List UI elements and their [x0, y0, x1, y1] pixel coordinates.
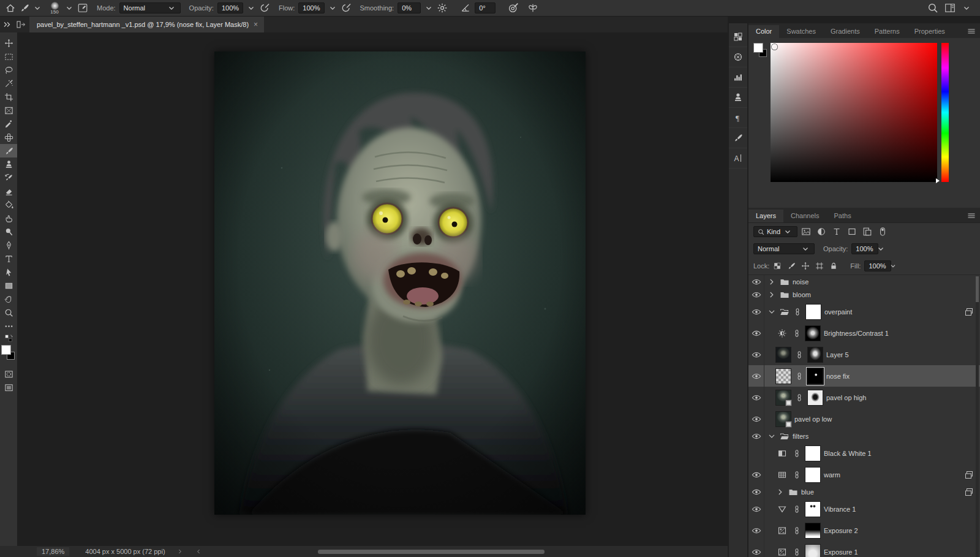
layer-mask-thumbnail[interactable]	[807, 390, 823, 406]
blend-mode-select[interactable]: Normal	[119, 2, 181, 13]
vibrance-adjustment-icon[interactable]	[775, 502, 789, 516]
canvas-image[interactable]	[214, 51, 586, 515]
close-tab-icon[interactable]: ×	[254, 20, 258, 29]
pressure-size-icon[interactable]	[508, 2, 519, 13]
visibility-eye-icon[interactable]	[748, 430, 764, 442]
brush-tool[interactable]	[0, 144, 17, 157]
layer-mask-thumbnail[interactable]	[807, 368, 823, 384]
brush-settings-panel-icon[interactable]	[77, 2, 88, 13]
layer-mask-thumbnail[interactable]	[805, 544, 821, 557]
status-prev-icon[interactable]	[195, 548, 202, 555]
exposure-adjustment-icon[interactable]	[775, 524, 789, 537]
tab-channels[interactable]: Channels	[783, 210, 826, 222]
chevron-down-icon[interactable]	[64, 3, 74, 13]
layer-thumbnail[interactable]	[775, 368, 791, 384]
mask-link-icon[interactable]	[794, 350, 804, 360]
move-tool[interactable]	[0, 36, 17, 50]
smoothing-options-gear-icon[interactable]	[437, 2, 448, 13]
mask-link-icon[interactable]	[792, 526, 802, 536]
character-panel-button[interactable]: A	[729, 148, 747, 169]
mask-link-icon[interactable]	[794, 393, 804, 403]
visibility-eye-icon[interactable]	[748, 322, 764, 344]
double-chevron-icon[interactable]	[2, 20, 12, 29]
layer-row-black-white-1[interactable]: Black & White 1	[748, 442, 980, 464]
layer-mask-thumbnail[interactable]	[805, 304, 821, 320]
adjustment-filter-icon[interactable]	[816, 227, 826, 237]
magic-wand-tool[interactable]	[0, 77, 17, 90]
dodge-tool[interactable]	[0, 225, 17, 238]
black-white-adjustment-icon[interactable]	[775, 447, 789, 460]
flow-input[interactable]: 100%	[298, 2, 324, 13]
layer-row-nose-fix[interactable]: nose fix	[748, 365, 980, 387]
clone-source-panel-button[interactable]	[729, 88, 747, 108]
layer-mask-thumbnail[interactable]	[805, 325, 821, 341]
mask-link-icon[interactable]	[792, 328, 802, 338]
mask-link-icon[interactable]	[792, 470, 802, 480]
panel-menu-icon[interactable]	[967, 26, 976, 36]
photo-filter-adjustment-icon[interactable]	[775, 468, 789, 482]
layers-scrollbar[interactable]	[976, 276, 979, 557]
eraser-tool[interactable]	[0, 184, 17, 198]
visibility-empty[interactable]	[748, 442, 764, 464]
layer-row-filters[interactable]: filters	[748, 430, 980, 442]
path-selection-tool[interactable]	[0, 265, 17, 279]
tab-layers[interactable]: Layers	[748, 210, 783, 222]
layer-row-pavel-op-high[interactable]: pavel op high	[748, 387, 980, 408]
lock-transparency-icon[interactable]	[773, 262, 782, 270]
visibility-eye-icon[interactable]	[748, 344, 764, 365]
mask-link-icon[interactable]	[792, 504, 802, 514]
layer-mask-thumbnail[interactable]	[807, 347, 823, 363]
chevron-down-icon[interactable]	[328, 3, 337, 13]
chevron-right-icon[interactable]	[775, 487, 785, 497]
visibility-eye-icon[interactable]	[748, 485, 764, 498]
layer-row-blue[interactable]: blue	[748, 485, 980, 498]
chevron-down-icon[interactable]	[962, 3, 971, 13]
rectangular-marquee-tool[interactable]	[0, 50, 17, 63]
clone-stamp-tool[interactable]	[0, 157, 17, 171]
visibility-eye-icon[interactable]	[748, 464, 764, 485]
layer-thumbnail[interactable]	[775, 390, 791, 406]
visibility-eye-icon[interactable]	[748, 387, 764, 408]
foreground-color-swatch[interactable]	[1, 345, 11, 355]
mask-link-icon[interactable]	[792, 547, 802, 557]
layer-mask-thumbnail[interactable]	[805, 523, 821, 539]
image-filter-icon[interactable]	[801, 227, 811, 237]
tab-swatches[interactable]: Swatches	[779, 25, 823, 38]
libraries-panel-button[interactable]	[729, 27, 747, 47]
layer-fill-input[interactable]: 100%	[864, 260, 891, 271]
pressure-opacity-icon[interactable]	[259, 2, 270, 13]
panel-menu-icon[interactable]	[967, 211, 976, 221]
layer-row-noise[interactable]: noise	[748, 275, 980, 288]
rectangle-tool[interactable]	[0, 279, 17, 292]
spot-healing-brush-tool[interactable]	[0, 131, 17, 144]
brush-settings-panel-button[interactable]	[729, 128, 747, 148]
eyedropper-tool[interactable]	[0, 117, 17, 131]
filter-toggle-icon[interactable]	[878, 227, 888, 237]
brightness-adjustment-icon[interactable]	[775, 327, 789, 340]
home-icon[interactable]	[5, 2, 16, 13]
chevron-right-icon[interactable]	[767, 290, 777, 300]
history-brush-tool[interactable]	[0, 171, 17, 184]
hand-tool[interactable]	[0, 292, 17, 306]
lock-pixels-icon[interactable]	[787, 262, 796, 270]
layer-row-exposure-1[interactable]: Exposure 1	[748, 541, 980, 557]
layer-mask-thumbnail[interactable]	[805, 501, 821, 517]
layer-blend-mode-select[interactable]: Normal	[753, 243, 815, 254]
visibility-eye-icon[interactable]	[748, 365, 764, 387]
chevron-right-icon[interactable]	[767, 277, 777, 287]
chevron-down-icon[interactable]	[424, 3, 434, 13]
zoom-level-field[interactable]: 17,86%	[37, 547, 69, 556]
layer-mask-thumbnail[interactable]	[805, 445, 821, 461]
panel-toggle-icon[interactable]	[16, 20, 26, 29]
document-tab[interactable]: pavel_by_steffen_hartmann _v1.psd @ 17,9…	[29, 17, 264, 32]
visibility-eye-icon[interactable]	[748, 288, 764, 301]
crop-tool[interactable]	[0, 90, 17, 104]
visibility-eye-icon[interactable]	[748, 498, 764, 520]
exposure-adjustment-icon[interactable]	[775, 545, 789, 557]
visibility-eye-icon[interactable]	[748, 301, 764, 322]
mask-link-icon[interactable]	[792, 449, 802, 458]
layer-badge-icon[interactable]	[964, 470, 974, 480]
layer-opacity-input[interactable]: 100%	[851, 243, 878, 254]
workspace-switcher-icon[interactable]	[944, 2, 956, 13]
layer-row-vibrance-1[interactable]: Vibrance 1	[748, 498, 980, 520]
